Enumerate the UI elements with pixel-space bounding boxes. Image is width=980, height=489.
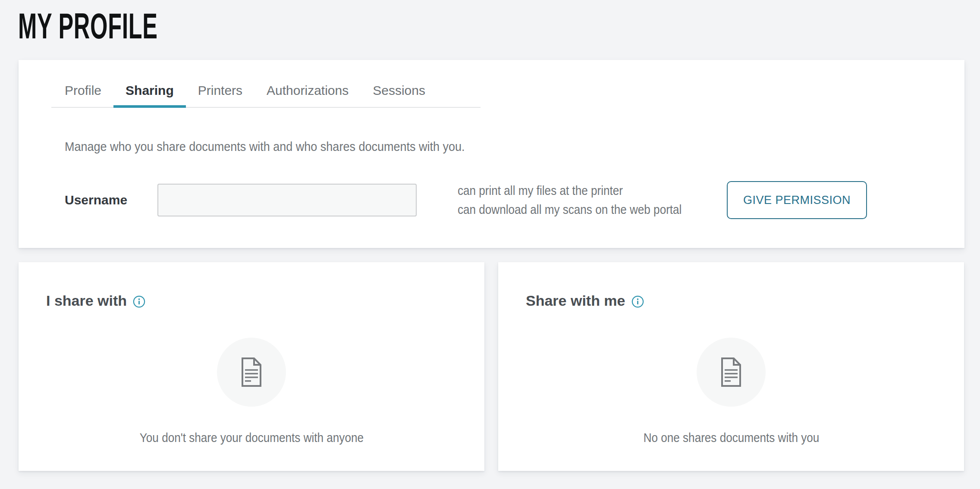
permission-line-1: can print all my files at the printer bbox=[458, 181, 623, 200]
tab-sessions[interactable]: Sessions bbox=[361, 74, 437, 107]
empty-state-text: You don't share your documents with anyo… bbox=[19, 431, 484, 445]
permission-line-2: can download all my scans on the web por… bbox=[458, 200, 682, 219]
tab-printers[interactable]: Printers bbox=[186, 74, 254, 107]
give-permission-button[interactable]: GIVE PERMISSION bbox=[727, 181, 867, 219]
share-with-me-header: Share with me bbox=[526, 292, 964, 309]
share-with-me-title: Share with me bbox=[526, 292, 625, 309]
username-label: Username bbox=[65, 193, 157, 207]
i-share-with-empty-state: You don't share your documents with anyo… bbox=[19, 338, 484, 445]
i-share-with-title: I share with bbox=[46, 292, 127, 309]
permission-description: can print all my files at the printer ca… bbox=[458, 181, 700, 219]
document-icon bbox=[217, 338, 286, 407]
username-input[interactable] bbox=[157, 184, 417, 216]
share-with-me-empty-state: No one shares documents with you bbox=[498, 338, 964, 445]
tab-sharing[interactable]: Sharing bbox=[113, 74, 186, 107]
info-icon[interactable] bbox=[631, 295, 644, 308]
tab-profile[interactable]: Profile bbox=[51, 74, 113, 107]
tab-authorizations[interactable]: Authorizations bbox=[254, 74, 361, 107]
sharing-panel: Profile Sharing Printers Authorizations … bbox=[19, 60, 964, 248]
empty-state-text: No one shares documents with you bbox=[498, 431, 964, 445]
page-title: MY PROFILE bbox=[18, 8, 980, 44]
give-permission-row: Username can print all my files at the p… bbox=[65, 183, 964, 217]
share-with-me-card: Share with me bbox=[498, 262, 964, 471]
sharing-cards: I share with bbox=[19, 262, 980, 471]
i-share-with-header: I share with bbox=[46, 292, 484, 309]
i-share-with-card: I share with bbox=[19, 262, 484, 471]
info-icon[interactable] bbox=[133, 295, 145, 308]
my-profile-page: MY PROFILE Profile Sharing Printers Auth… bbox=[0, 8, 980, 489]
sharing-description: Manage who you share documents with and … bbox=[65, 139, 964, 154]
tab-bar: Profile Sharing Printers Authorizations … bbox=[51, 60, 481, 108]
document-icon bbox=[697, 338, 766, 407]
